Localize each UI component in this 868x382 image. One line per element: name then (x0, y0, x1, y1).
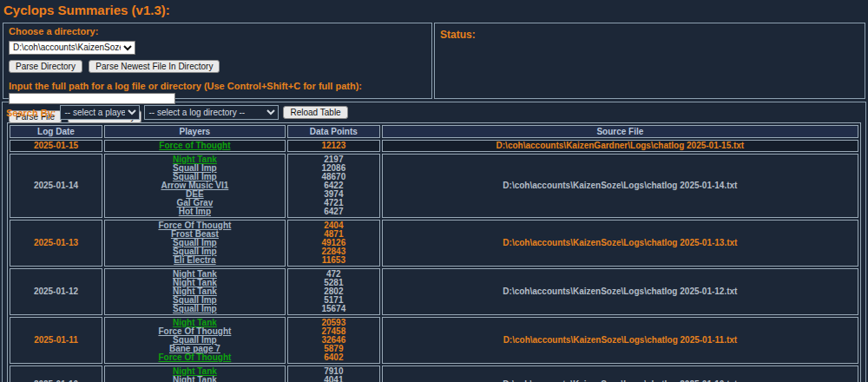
table-row: 2025-01-10Night TankNight TankNight Tank… (10, 366, 858, 382)
source-file-cell: D:\coh\accounts\KaizenSoze\Logs\chatlog … (382, 317, 858, 364)
table-row: 2025-01-13Force Of ThoughtFrost BeastSqu… (10, 220, 858, 267)
players-cell: Night TankNight TankNight TankSquall Imp… (104, 268, 286, 315)
player-link[interactable]: Squall Imp (107, 305, 283, 313)
source-file-cell: D:\coh\accounts\KaizenSoze\Logs\chatlog … (382, 154, 858, 218)
page-title: Cyclops Summaries (v1.3): (3, 3, 868, 17)
data-point-value: 15674 (290, 305, 378, 313)
log-date-cell: 2025-01-12 (10, 268, 102, 315)
table-row: 2025-01-14Night TankSquall ImpSquall Imp… (10, 154, 858, 218)
players-cell: Force of Thought (104, 140, 286, 152)
data-points-cell: 219712086486706422397447216427 (287, 154, 380, 218)
log-table-body: 2025-01-15Force of Thought12123D:\coh\ac… (10, 140, 858, 382)
directory-buttons-row: Parse Directory Parse Newest File In Dir… (9, 57, 426, 73)
top-area: Choose a directory: D:\coh\accounts\Kaiz… (3, 23, 865, 99)
parse-directory-button[interactable]: Parse Directory (9, 60, 82, 73)
players-cell: Night TankNight TankNight TankNight Tank (104, 366, 286, 382)
log-date-cell: 2025-01-10 (10, 366, 102, 382)
players-cell: Night TankSquall ImpSquall ImpArrow Musi… (104, 154, 286, 218)
log-date-cell: 2025-01-13 (10, 220, 102, 267)
source-file-cell: D:\coh\accounts\KaizenSoze\Logs\chatlog … (382, 268, 858, 315)
player-link[interactable]: Force of Thought (107, 142, 283, 150)
data-point-value: 6402 (290, 353, 378, 362)
log-date-cell: 2025-01-11 (10, 317, 102, 364)
directory-panel: Choose a directory: D:\coh\accounts\Kaiz… (3, 23, 432, 99)
table-row: 2025-01-11Night TankForce Of ThoughtSqua… (10, 317, 858, 364)
reload-table-button[interactable]: Reload Table (283, 106, 347, 119)
path-input[interactable] (9, 93, 175, 104)
player-link[interactable]: Hot Imp (107, 207, 283, 216)
data-point-value: 6427 (290, 207, 378, 216)
source-file-cell: D:\coh\accounts\KaizenGardner\Logs\chatl… (382, 140, 858, 152)
table-header-row: Log Date Players Data Points Source File (10, 125, 858, 138)
table-row: 2025-01-15Force of Thought12123D:\coh\ac… (10, 140, 858, 152)
path-input-label: Input the full path for a log file or di… (9, 81, 426, 91)
player-link[interactable]: Night Tank (107, 376, 283, 382)
data-points-cell: 12123 (287, 140, 380, 152)
log-directory-filter-select[interactable]: -- select a log directory -- (144, 105, 279, 120)
table-row: 2025-01-12Night TankNight TankNight Tank… (10, 268, 858, 315)
parse-newest-file-button[interactable]: Parse Newest File In Directory (89, 60, 220, 73)
search-bar: Search By: -- select a player -- -- sele… (3, 102, 865, 122)
player-filter-select[interactable]: -- select a player -- (60, 105, 140, 120)
data-points-cell: 24044871491262284311653 (287, 220, 380, 267)
players-cell: Force Of ThoughtFrost BeastSquall ImpSqu… (104, 220, 286, 267)
data-points-cell: 7910404128814766 (287, 366, 380, 382)
choose-directory-label: Choose a directory: (9, 26, 426, 36)
search-by-label: Search By: (6, 108, 56, 118)
data-point-value: 12123 (290, 142, 378, 150)
status-panel: Status: (434, 23, 865, 99)
header-source-file: Source File (382, 125, 858, 138)
source-file-cell: D:\coh\accounts\KaizenSoze\Logs\chatlog … (382, 220, 858, 267)
data-point-value: 11653 (290, 256, 378, 265)
data-points-cell: 47252812802517115674 (287, 268, 380, 315)
results-container: Search By: -- select a player -- -- sele… (2, 102, 866, 382)
log-date-cell: 2025-01-14 (10, 154, 102, 218)
header-data-points: Data Points (287, 125, 380, 138)
data-point-value: 4041 (290, 376, 378, 382)
log-summary-table: Log Date Players Data Points Source File… (7, 122, 861, 382)
header-players: Players (104, 125, 286, 138)
data-points-cell: 20593274583264658796402 (287, 317, 380, 364)
status-label: Status: (440, 29, 476, 41)
directory-select[interactable]: D:\coh\accounts\KaizenSoze\Logs (9, 41, 135, 55)
players-cell: Night TankForce Of ThoughtSquall ImpBane… (104, 317, 286, 364)
log-date-cell: 2025-01-15 (10, 140, 102, 152)
player-link[interactable]: Force Of Thought (107, 353, 283, 362)
header-log-date: Log Date (10, 125, 102, 138)
player-link[interactable]: Eli Electra (107, 256, 283, 265)
source-file-cell: D:\coh\accounts\KaizenSoze\Logs\chatlog … (382, 366, 858, 382)
